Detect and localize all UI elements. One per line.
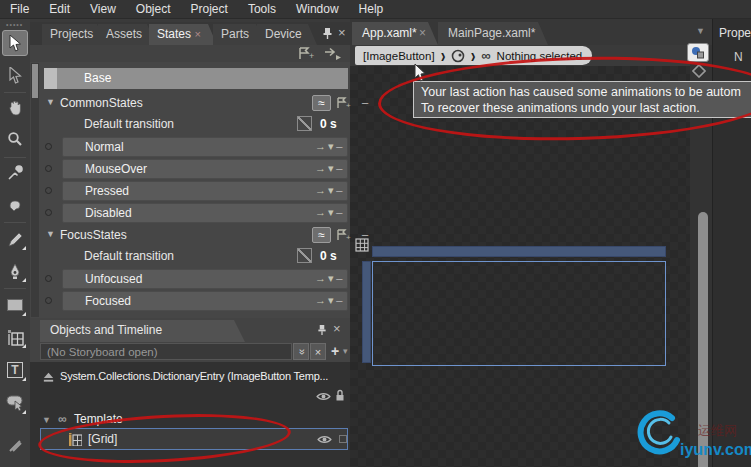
state-marker-icon[interactable] [45,165,52,172]
tab-projects[interactable]: Projects [42,24,106,45]
tab-mainpage-xaml[interactable]: MainPage.xaml* [438,22,548,45]
states-scrollbar[interactable] [31,63,39,317]
tree-root-item[interactable]: System.Collections.DictionaryEntry (Imag… [60,370,360,382]
selection-tool-icon[interactable] [2,30,28,56]
pin-icon[interactable] [322,27,333,40]
grid-column-ruler[interactable] [372,246,666,257]
grid-design-element[interactable] [372,261,666,366]
state-row-pressed[interactable]: Pressed →▾− [62,181,348,201]
panel-close-icon[interactable]: × [338,25,346,40]
menu-file[interactable]: File [0,0,39,19]
objects-timeline-tab[interactable]: Objects and Timeline [40,320,245,342]
state-row-disabled[interactable]: Disabled →▾− [62,203,348,223]
tab-assets[interactable]: Assets [98,24,156,45]
tab-list-dropdown-icon[interactable]: ▼ [696,26,705,36]
caret-down-icon[interactable]: ▾ [328,184,334,199]
new-storyboard-icon[interactable]: + [331,343,339,359]
zoom-tool-icon[interactable] [2,126,28,152]
state-marker-icon[interactable] [45,187,52,194]
storyboard-chevron-icon[interactable]: « [293,343,309,360]
storyboard-close-icon[interactable]: × [310,343,326,360]
collapse-arrow-icon[interactable]: ▼ [46,97,55,107]
tab-states[interactable]: States × [149,24,217,45]
transition-duration-icon[interactable] [297,248,312,263]
layout-grid-tool-icon[interactable] [2,324,28,350]
state-marker-icon[interactable] [45,297,52,304]
controls-tool-icon[interactable] [2,390,28,416]
collapse-arrow-icon[interactable]: ▼ [42,415,51,425]
remove-state-icon[interactable]: − [335,162,343,177]
menu-object[interactable]: Object [126,0,181,19]
pan-tool-icon[interactable] [2,95,28,121]
add-transition-icon[interactable]: → [315,140,326,155]
state-row-normal[interactable]: Normal →▾− [62,137,348,157]
add-transition-icon[interactable]: → [315,162,326,177]
collapse-arrow-icon[interactable]: ▼ [46,229,55,239]
visibility-eye-icon[interactable] [317,435,332,444]
state-row-unfocused[interactable]: Unfocused →▾− [62,269,348,289]
menu-window[interactable]: Window [286,0,349,19]
pen-tool-icon[interactable] [2,258,28,284]
add-state-to-group-icon[interactable]: + [335,96,353,110]
objects-close-icon[interactable]: × [333,321,341,336]
add-transition-icon[interactable]: → [315,294,326,309]
remove-state-icon[interactable]: − [335,272,343,287]
rectangle-tool-icon[interactable] [2,292,28,318]
remove-group-icon[interactable]: − [356,96,374,110]
eyedropper-tool-icon[interactable] [2,160,28,186]
remove-state-icon[interactable]: − [335,140,343,155]
group-commonstates[interactable]: ▼ CommonStates ≈ + − [44,95,348,112]
caret-down-icon[interactable]: ▾ [328,272,334,287]
breadcrumb-root[interactable]: [ImageButton] [363,50,435,62]
add-state-icon[interactable] [324,47,344,60]
pencil-tool-icon[interactable] [2,226,28,252]
caret-down-icon[interactable]: ▾ [328,294,334,309]
storyboard-combobox[interactable]: (No Storyboard open) [40,343,292,360]
menu-edit[interactable]: Edit [39,0,80,19]
state-row-focused[interactable]: Focused →▾− [62,291,348,311]
menu-help[interactable]: Help [349,0,394,19]
caret-down-icon[interactable]: ▾ [328,162,334,177]
remove-state-icon[interactable]: − [335,206,343,221]
menu-project[interactable]: Project [181,0,238,19]
group-focusstates[interactable]: ▼ FocusStates ≈ + − [44,227,348,244]
add-transition-icon[interactable]: → [315,206,326,221]
add-state-group-icon[interactable]: + [298,47,316,60]
state-marker-icon[interactable] [45,275,52,282]
toolbox-grip[interactable]: ••••• [6,21,23,28]
add-transition-icon[interactable]: → [315,272,326,287]
breadcrumb-object-icon[interactable] [451,49,465,63]
tab-close-icon[interactable]: × [419,22,426,45]
eject-icon[interactable] [42,371,55,383]
pin-icon[interactable] [317,324,327,336]
menu-tools[interactable]: Tools [238,0,286,19]
tab-app-xaml[interactable]: App.xaml*× [352,22,438,45]
lock-icon[interactable] [335,389,345,402]
transition-preview-icon[interactable]: ≈ [312,227,331,243]
state-marker-icon[interactable] [45,143,52,150]
lock-checkbox[interactable] [339,435,347,443]
add-state-to-group-icon[interactable]: + [335,228,353,242]
transition-duration-icon[interactable] [297,116,312,131]
snapshot-button[interactable] [687,43,709,62]
camera-orbit-tool-icon[interactable] [2,432,28,458]
transition-preview-icon[interactable]: ≈ [312,95,331,111]
menu-view[interactable]: View [80,0,126,19]
remove-state-icon[interactable]: − [335,184,343,199]
state-base[interactable]: Base [44,68,348,89]
remove-group-icon[interactable]: − [356,228,374,242]
paint-bucket-tool-icon[interactable] [2,192,28,218]
state-row-mouseover[interactable]: MouseOver →▾− [62,159,348,179]
caret-down-icon[interactable]: ▾ [328,206,334,221]
grid-row-ruler[interactable] [362,261,371,363]
add-transition-icon[interactable]: → [315,184,326,199]
remove-state-icon[interactable]: − [335,294,343,309]
tab-states-close-icon[interactable]: × [194,28,200,40]
states-scrollbar-thumb[interactable] [32,64,38,98]
direct-selection-tool-icon[interactable] [2,62,28,88]
state-marker-icon[interactable] [45,209,52,216]
text-tool-icon[interactable]: T [2,357,28,383]
storyboard-options-icon[interactable]: ▾ [343,346,348,356]
visibility-eye-icon[interactable] [316,392,331,401]
caret-down-icon[interactable]: ▾ [328,140,334,155]
